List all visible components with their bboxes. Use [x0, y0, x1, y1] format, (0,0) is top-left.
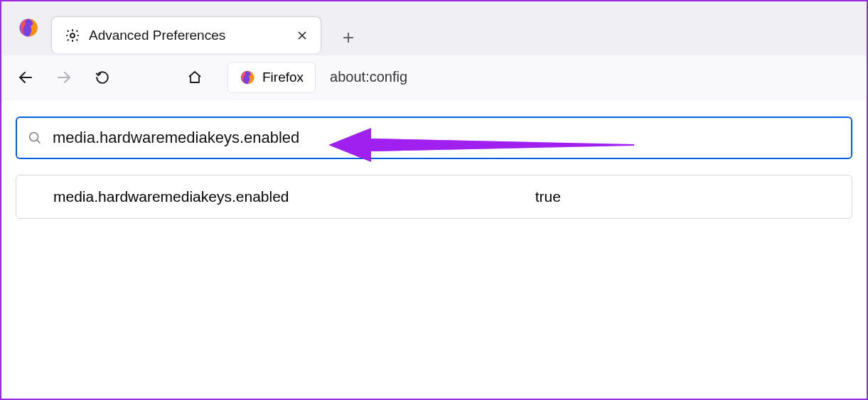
search-icon — [27, 130, 43, 146]
pref-name: media.hardwaremediakeys.enabled — [53, 188, 535, 205]
pref-search-box[interactable] — [16, 117, 852, 159]
identity-box[interactable]: Firefox — [227, 62, 316, 93]
identity-label: Firefox — [262, 70, 304, 85]
svg-point-9 — [30, 133, 38, 141]
browser-tab[interactable]: Advanced Preferences — [51, 16, 321, 53]
url-display[interactable]: about:config — [330, 69, 407, 85]
forward-button[interactable] — [47, 60, 81, 94]
tab-strip: Advanced Preferences — [1, 1, 867, 55]
gear-icon — [65, 28, 80, 43]
nav-toolbar: Firefox about:config — [1, 55, 867, 99]
pref-search-input[interactable] — [53, 129, 841, 147]
firefox-brand-icon — [240, 70, 255, 85]
pref-results-table: media.hardwaremediakeys.enabled true — [16, 175, 852, 219]
about-config-page: media.hardwaremediakeys.enabled true — [1, 99, 867, 219]
pref-row[interactable]: media.hardwaremediakeys.enabled true — [16, 175, 852, 218]
firefox-app-icon — [6, 1, 51, 55]
new-tab-button[interactable] — [331, 21, 365, 55]
home-button[interactable] — [178, 60, 212, 94]
pref-value: true — [535, 188, 691, 205]
reload-button[interactable] — [85, 60, 119, 94]
svg-line-10 — [37, 140, 40, 143]
back-button[interactable] — [9, 60, 43, 94]
svg-point-1 — [70, 33, 75, 38]
close-tab-icon[interactable] — [292, 26, 312, 45]
tab-title: Advanced Preferences — [89, 28, 284, 43]
